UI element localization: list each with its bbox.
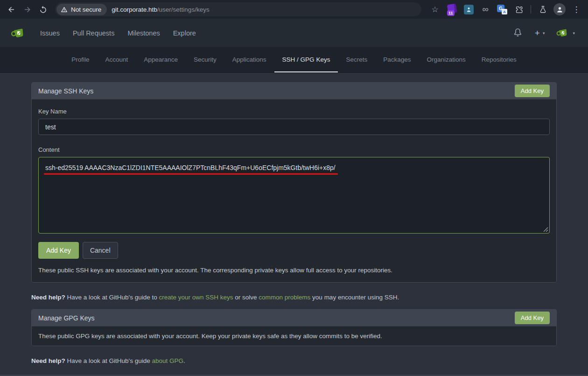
notifications-bell-icon[interactable] (509, 26, 526, 41)
ssh-help-text: Need help? Have a look at GitHub's guide… (31, 294, 557, 301)
ssh-panel-title: Manage SSH Keys (38, 87, 93, 95)
security-chip-label: Not secure (71, 6, 101, 13)
translate-a: A (502, 9, 507, 14)
tab-packages[interactable]: Packages (375, 48, 419, 72)
need-help-label: Need help? (31, 294, 65, 301)
url-host: git.corporate.htb (112, 6, 157, 13)
tab-secrets[interactable]: Secrets (338, 48, 375, 72)
gpg-help-segment: Have a look at GitHub's guide (65, 357, 152, 364)
ssh-help-segment: Have a look at GitHub's guide to (65, 294, 159, 301)
gpg-keys-description: These public GPG keys are associated wit… (32, 326, 556, 346)
tab-profile[interactable]: Profile (63, 48, 97, 72)
cancel-button[interactable]: Cancel (83, 242, 118, 259)
common-problems-link[interactable]: common problems (259, 294, 310, 301)
browser-toolbar: Not secure git.corporate.htb/user/settin… (0, 0, 588, 19)
security-chip[interactable]: Not secure (56, 4, 107, 15)
manage-ssh-keys-panel: Manage SSH Keys Add Key Key Name Content… (31, 82, 557, 283)
reload-icon[interactable] (36, 3, 49, 16)
user-avatar (556, 26, 569, 40)
key-name-label: Key Name (38, 108, 550, 115)
ssh-key-value: ssh-ed25519 AAAAC3NzaC1lZDI1NTE5AAAAIOlZ… (45, 164, 336, 171)
gpg-help-segment: . (183, 357, 185, 364)
extension-blue-icon[interactable] (462, 2, 476, 16)
settings-tabs: Profile Account Appearance Security Appl… (0, 48, 588, 73)
back-icon[interactable] (5, 3, 18, 16)
tab-applications[interactable]: Applications (224, 48, 274, 72)
toolbar-divider (531, 5, 531, 14)
tab-ssh-gpg-keys[interactable]: SSH / GPG Keys (274, 48, 338, 72)
translate-extension-icon[interactable]: G A (495, 2, 509, 16)
gpg-help-text: Need help? Have a look at GitHub's guide… (31, 357, 557, 364)
key-name-input[interactable] (38, 119, 550, 135)
content-label: Content (38, 146, 550, 153)
ssh-keys-description: These public SSH keys are associated wit… (38, 267, 550, 274)
user-avatar-dropdown[interactable]: ▾ (553, 24, 578, 42)
address-bar[interactable]: Not secure git.corporate.htb/user/settin… (55, 2, 421, 16)
extension-purple-icon[interactable]: 11 (445, 2, 459, 16)
tab-account[interactable]: Account (97, 48, 136, 72)
warning-icon (61, 6, 68, 13)
gpg-panel-header: Manage GPG Keys Add Key (32, 310, 556, 326)
create-new-dropdown[interactable]: + ▾ (531, 27, 549, 40)
extension-badge: 11 (447, 10, 455, 16)
experiments-flask-icon[interactable] (536, 2, 550, 16)
manage-gpg-keys-panel: Manage GPG Keys Add Key These public GPG… (31, 309, 557, 346)
extensions-puzzle-icon[interactable] (512, 2, 526, 16)
ssh-content-textarea[interactable]: ssh-ed25519 AAAAC3NzaC1lZDI1NTE5AAAAIOlZ… (38, 157, 550, 234)
extension-infinity-icon[interactable]: ∞ (478, 2, 492, 16)
nav-item-pull-requests[interactable]: Pull Requests (67, 26, 120, 41)
tab-organizations[interactable]: Organizations (419, 48, 473, 72)
url-text: git.corporate.htb/user/settings/keys (112, 6, 209, 13)
about-gpg-link[interactable]: about GPG (152, 357, 183, 364)
gpg-header-add-key-button[interactable]: Add Key (515, 312, 550, 324)
tab-security[interactable]: Security (186, 48, 224, 72)
add-key-submit-button[interactable]: Add Key (38, 242, 79, 259)
bookmark-star-icon[interactable]: ☆ (428, 2, 442, 16)
create-ssh-keys-link[interactable]: create your own SSH keys (159, 294, 233, 301)
nav-item-explore[interactable]: Explore (168, 26, 202, 41)
tab-repositories[interactable]: Repositories (474, 48, 525, 72)
ssh-header-add-key-button[interactable]: Add Key (515, 85, 550, 97)
forward-icon[interactable] (21, 3, 34, 16)
gpg-panel-title: Manage GPG Keys (38, 314, 95, 322)
browser-menu-kebab-icon[interactable]: ⋮ (569, 2, 583, 16)
ssh-help-segment: you may encounter using SSH. (310, 294, 399, 301)
red-underline-annotation (44, 173, 338, 175)
settings-content: Manage SSH Keys Add Key Key Name Content… (31, 73, 557, 364)
nav-item-milestones[interactable]: Milestones (122, 26, 165, 41)
browser-profile-avatar[interactable] (553, 2, 567, 16)
ssh-panel-header: Manage SSH Keys Add Key (32, 83, 556, 99)
chevron-down-icon: ▾ (543, 31, 545, 35)
ssh-help-segment: or solve (233, 294, 259, 301)
gitea-navbar: Issues Pull Requests Milestones Explore … (0, 19, 588, 48)
plus-icon: + (535, 29, 540, 37)
resize-handle[interactable] (543, 227, 548, 232)
ssh-key-form: Key Name Content ssh-ed25519 AAAAC3NzaC1… (32, 99, 556, 282)
need-help-label: Need help? (31, 357, 65, 364)
chevron-down-icon: ▾ (573, 31, 575, 35)
nav-item-issues[interactable]: Issues (35, 26, 65, 41)
tab-appearance[interactable]: Appearance (136, 48, 186, 72)
gitea-logo[interactable] (10, 25, 26, 41)
url-path: /user/settings/keys (157, 6, 210, 13)
